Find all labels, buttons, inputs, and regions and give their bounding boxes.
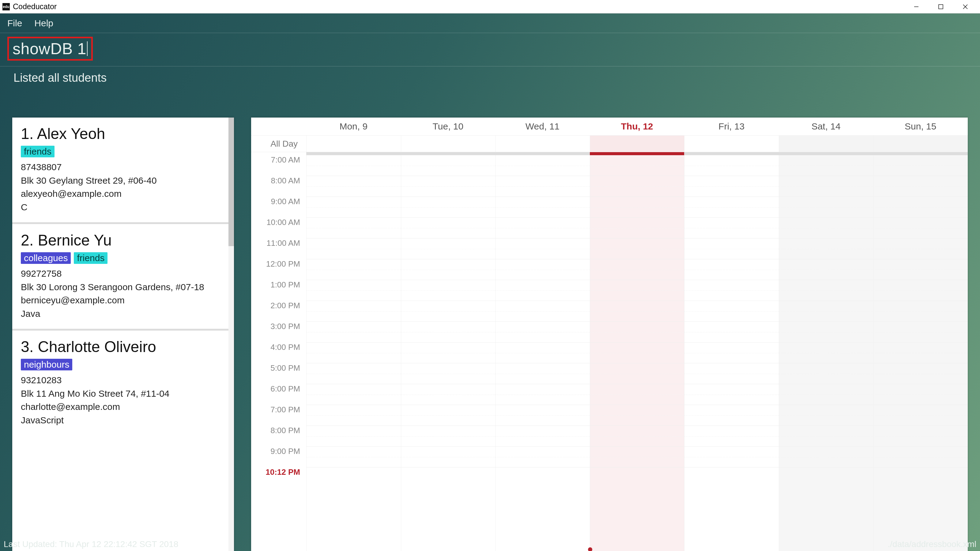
- hour-cell[interactable]: [401, 384, 495, 405]
- hour-cell[interactable]: [495, 322, 590, 343]
- hour-cell[interactable]: [684, 259, 779, 280]
- student-card[interactable]: 3 Charlotte Oliveironeighbours93210283Bl…: [12, 330, 234, 435]
- hour-cell[interactable]: [590, 343, 684, 364]
- hour-cell[interactable]: [401, 280, 495, 301]
- day-column[interactable]: [873, 155, 968, 551]
- hour-cell[interactable]: [684, 364, 779, 384]
- hour-cell[interactable]: [873, 280, 968, 301]
- hour-cell[interactable]: [307, 301, 401, 322]
- day-header[interactable]: Thu, 12: [590, 118, 684, 135]
- hour-cell[interactable]: [590, 405, 684, 426]
- hour-cell[interactable]: [495, 384, 590, 405]
- allday-cell[interactable]: [401, 136, 495, 152]
- hour-cell[interactable]: [684, 218, 779, 238]
- day-header[interactable]: Wed, 11: [495, 118, 590, 135]
- scrollbar-track[interactable]: [229, 118, 234, 551]
- student-card[interactable]: 2 Bernice Yucolleaguesfriends99272758Blk…: [12, 224, 234, 330]
- hour-cell[interactable]: [684, 384, 779, 405]
- day-column[interactable]: [401, 155, 495, 551]
- hour-cell[interactable]: [401, 176, 495, 197]
- hour-cell[interactable]: [873, 322, 968, 343]
- hour-cell[interactable]: [873, 384, 968, 405]
- hour-cell[interactable]: [495, 343, 590, 364]
- allday-cell[interactable]: [590, 136, 684, 152]
- hour-cell[interactable]: [684, 155, 779, 176]
- allday-cell[interactable]: [306, 136, 401, 152]
- hour-cell[interactable]: [684, 176, 779, 197]
- hour-cell[interactable]: [873, 426, 968, 446]
- day-column[interactable]: [684, 155, 779, 551]
- hour-cell[interactable]: [873, 238, 968, 259]
- allday-cell[interactable]: [779, 136, 873, 152]
- hour-cell[interactable]: [590, 384, 684, 405]
- menu-help[interactable]: Help: [34, 18, 53, 29]
- hour-cell[interactable]: [684, 238, 779, 259]
- hour-cell[interactable]: [307, 176, 401, 197]
- hour-cell[interactable]: [873, 259, 968, 280]
- hour-cell[interactable]: [873, 155, 968, 176]
- hour-cell[interactable]: [401, 301, 495, 322]
- hour-cell[interactable]: [401, 446, 495, 467]
- hour-cell[interactable]: [873, 197, 968, 218]
- hour-cell[interactable]: [684, 343, 779, 364]
- hour-cell[interactable]: [779, 446, 873, 467]
- hour-cell[interactable]: [307, 343, 401, 364]
- hour-cell[interactable]: [495, 259, 590, 280]
- hour-cell[interactable]: [495, 176, 590, 197]
- hour-cell[interactable]: [779, 155, 873, 176]
- hour-cell[interactable]: [590, 446, 684, 467]
- hour-cell[interactable]: [590, 259, 684, 280]
- day-header[interactable]: Tue, 10: [401, 118, 495, 135]
- hour-cell[interactable]: [401, 343, 495, 364]
- hour-cell[interactable]: [684, 322, 779, 343]
- day-header[interactable]: Mon, 9: [306, 118, 401, 135]
- hour-cell[interactable]: [495, 426, 590, 446]
- hour-cell[interactable]: [590, 426, 684, 446]
- hour-cell[interactable]: [495, 405, 590, 426]
- day-header[interactable]: Sat, 14: [779, 118, 873, 135]
- close-button[interactable]: [953, 0, 978, 13]
- allday-cell[interactable]: [684, 136, 779, 152]
- hour-cell[interactable]: [779, 322, 873, 343]
- hour-cell[interactable]: [401, 405, 495, 426]
- hour-cell[interactable]: [307, 322, 401, 343]
- hour-cell[interactable]: [873, 176, 968, 197]
- hour-cell[interactable]: [307, 238, 401, 259]
- day-column[interactable]: [306, 155, 401, 551]
- hour-cell[interactable]: [779, 301, 873, 322]
- hour-cell[interactable]: [779, 405, 873, 426]
- hour-cell[interactable]: [590, 364, 684, 384]
- day-column[interactable]: [590, 155, 684, 551]
- hour-cell[interactable]: [873, 405, 968, 426]
- hour-cell[interactable]: [495, 238, 590, 259]
- hour-cell[interactable]: [779, 218, 873, 238]
- hour-cell[interactable]: [873, 343, 968, 364]
- hour-cell[interactable]: [401, 426, 495, 446]
- hour-cell[interactable]: [495, 155, 590, 176]
- hour-cell[interactable]: [590, 280, 684, 301]
- hour-cell[interactable]: [307, 197, 401, 218]
- hour-cell[interactable]: [590, 176, 684, 197]
- hour-cell[interactable]: [495, 280, 590, 301]
- hour-cell[interactable]: [307, 364, 401, 384]
- hour-cell[interactable]: [495, 218, 590, 238]
- student-card[interactable]: 1 Alex Yeohfriends87438807Blk 30 Geylang…: [12, 118, 234, 224]
- day-header[interactable]: Sun, 15: [873, 118, 968, 135]
- menu-file[interactable]: File: [7, 18, 22, 29]
- hour-cell[interactable]: [684, 280, 779, 301]
- hour-cell[interactable]: [684, 446, 779, 467]
- hour-cell[interactable]: [307, 426, 401, 446]
- hour-cell[interactable]: [779, 238, 873, 259]
- day-column[interactable]: [779, 155, 873, 551]
- hour-cell[interactable]: [873, 364, 968, 384]
- maximize-button[interactable]: [929, 0, 953, 13]
- hour-cell[interactable]: [590, 197, 684, 218]
- hour-cell[interactable]: [779, 364, 873, 384]
- hour-cell[interactable]: [495, 197, 590, 218]
- day-column[interactable]: [495, 155, 590, 551]
- hour-cell[interactable]: [590, 238, 684, 259]
- hour-cell[interactable]: [684, 301, 779, 322]
- hour-cell[interactable]: [307, 280, 401, 301]
- command-input[interactable]: showDB 1: [7, 37, 93, 60]
- hour-cell[interactable]: [495, 301, 590, 322]
